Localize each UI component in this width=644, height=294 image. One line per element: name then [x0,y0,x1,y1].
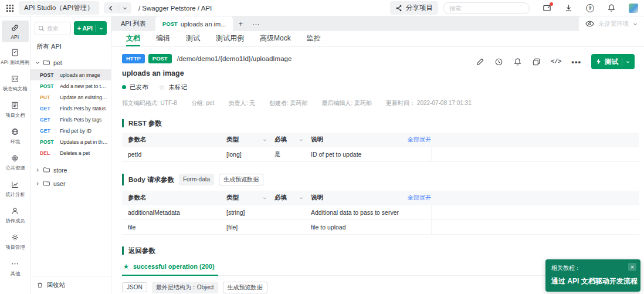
subtab-monitor[interactable]: 监控 [307,31,321,46]
row-spacer [431,147,639,161]
user-avatar[interactable] [629,4,638,13]
col-required: 必填 [274,194,299,202]
download-icon[interactable] [564,4,573,12]
type-filter-caret[interactable] [263,196,274,200]
subtab-edit[interactable]: 编辑 [156,31,170,46]
feedback-icon[interactable] [543,4,551,12]
notification-bell-icon[interactable] [513,58,522,66]
sidebar-item-label: API [11,34,19,39]
environment-selector[interactable]: 未设置环境 [579,16,644,31]
notification-badge [550,2,553,6]
expand-all-link[interactable]: 全部展开 [396,194,431,202]
tab-active-api[interactable]: POST uploads an im... [155,16,233,31]
subtab-document[interactable]: 文档 [126,31,140,46]
code-icon[interactable]: </> [551,59,561,65]
chevron-left-icon[interactable] [108,5,114,11]
sidebar-item-members[interactable]: 协作成员 [2,204,29,227]
table-row: additionalMetadata [string] Additional d… [122,205,639,220]
method-badge: POST [148,54,172,63]
type-filter-caret[interactable] [263,138,274,142]
param-name: petId [122,151,226,158]
chevron-right-icon [35,181,40,186]
add-api-button[interactable]: + API [74,21,107,35]
recycle-bin[interactable]: 回收站 [30,276,111,294]
api-item[interactable]: DEL Deletes a pet [30,147,111,158]
app-grid-icon[interactable] [6,4,14,12]
generate-preview-button[interactable]: 生成预览数据 [223,282,267,293]
add-tab-button[interactable]: + [233,16,248,31]
api-search-box[interactable] [35,22,71,35]
search-icon [38,25,45,32]
section-title: Body 请求参数 Form-data 生成预览数据 [122,174,639,185]
breadcrumb[interactable]: / Swagger Petstore / API [138,5,212,12]
share-label: 分享项目 [406,4,433,12]
global-search-input[interactable] [443,2,530,14]
api-item[interactable]: POST Add a new pet to the store [30,80,111,92]
protocol-badge: HTTP [122,54,145,63]
sidebar-item-project-manage[interactable]: 项目管理 [2,230,29,254]
api-item[interactable]: GET Finds Pets by status [30,103,111,114]
chevron-down-icon[interactable] [99,26,103,31]
test-button[interactable]: 测试 [591,54,635,69]
expand-all-link[interactable]: 全部展开 [396,136,431,144]
back-navigation[interactable] [104,2,131,13]
subtab-test-cases[interactable]: 测试用例 [216,31,244,46]
api-item[interactable]: POST uploads an image [30,69,111,80]
app-title-chip[interactable]: API Studio（API管理） [19,1,99,15]
sidebar-item-environment[interactable]: 环境 [2,124,29,148]
app-layout: API API 测试用例 状态码文档 项目文档 环境 公共资源 统计分析 协作 [0,16,644,294]
api-search-input[interactable] [47,25,67,32]
folder-store[interactable]: store [30,163,111,177]
share-project-button[interactable]: 分享项目 [390,1,438,15]
toast-tutorial-link[interactable]: 通过 API 文档驱动开发流程 [551,276,635,286]
add-api-label: + API [77,25,93,32]
close-icon[interactable]: × [628,263,636,271]
structure-tag: 最外层结构为：Object [152,282,218,293]
sidebar-item-statistics[interactable]: 统计分析 [2,177,29,201]
compare-icon[interactable] [532,58,541,66]
tab-api-list[interactable]: API 列表 [111,16,155,31]
sidebar-item-label: 统计分析 [5,191,25,198]
api-item[interactable]: PUT Update an existing pet [30,92,111,103]
api-item[interactable]: POST Updates a pet in the store... [30,136,111,147]
chart-icon [11,180,19,189]
sidebar-item-other[interactable]: 其他 [2,256,29,280]
subtab-test[interactable]: 测试 [186,31,200,46]
environment-icon [11,127,19,136]
history-icon[interactable] [494,58,503,66]
api-list-toolbar: + API [30,16,111,39]
param-type: [long] [226,151,263,158]
chevron-down-icon[interactable] [626,60,630,64]
bell-icon[interactable] [607,4,616,12]
row-spacer [431,205,639,219]
help-icon[interactable]: ? [586,4,594,12]
sidebar-item-project-doc[interactable]: 项目文档 [2,98,29,121]
response-tab-200[interactable]: ★ successful operation (200) [122,262,218,276]
star-icon[interactable]: ☆ [159,83,165,92]
generate-preview-button[interactable]: 生成预览数据 [219,174,263,185]
api-item[interactable]: GET Find pet by ID [30,125,111,136]
folder-user[interactable]: user [30,177,111,190]
sidebar-item-label: 公共资源 [5,165,25,172]
sidebar-item-api-test-case[interactable]: API 测试用例 [2,45,29,69]
sidebar-item-status-code-doc[interactable]: 状态码文档 [2,72,29,95]
edit-pencil-icon[interactable] [476,58,484,66]
status-line: 已发布 ☆ 未标记 [122,83,639,92]
chevron-down-icon[interactable] [123,6,127,11]
person-icon [11,207,19,215]
api-item[interactable]: GET Finds Pets by tags [30,114,111,125]
folder-name: pet [53,59,62,66]
share-icon [395,5,402,12]
folder-pet[interactable]: pet [30,56,111,69]
required-filter-caret[interactable] [299,138,311,142]
subtab-advanced-mock[interactable]: 高级Mock [260,31,291,46]
more-actions-icon[interactable]: ••• [571,58,581,66]
toast-title: 相关教程： [551,264,635,272]
mark-status: 未标记 [168,83,187,92]
sidebar-item-label: 项目管理 [5,244,25,251]
all-api-label[interactable]: 所有 API [30,39,111,56]
more-tabs-button[interactable]: ··· [248,16,263,31]
sidebar-item-public-resource[interactable]: 公共资源 [2,151,29,174]
sidebar-item-api[interactable]: API [2,21,29,42]
required-filter-caret[interactable] [299,196,311,200]
